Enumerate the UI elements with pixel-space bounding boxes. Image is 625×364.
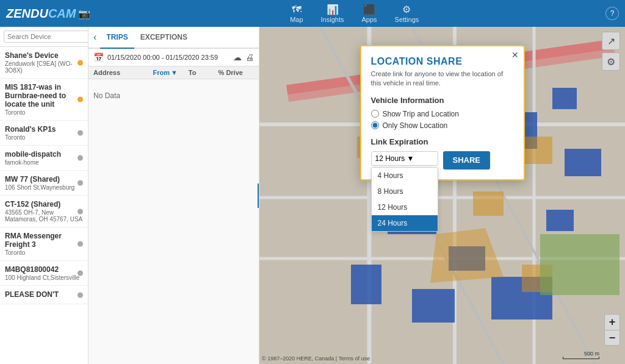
device-item-d1[interactable]: Shane's Device Zenduwork [C9EA] (WO-3O8X… bbox=[0, 47, 88, 79]
device-item-d6[interactable]: CT-152 (Shared) 43565 OH-7, New Matamora… bbox=[0, 196, 88, 227]
help-button[interactable]: ? bbox=[605, 7, 619, 20]
hours-dropdown-wrapper: 12 Hours ▼ 4 Hours 8 Hours 12 Hours 24 H… bbox=[371, 151, 438, 166]
col-address: Address bbox=[93, 69, 153, 76]
device-status-dot bbox=[78, 97, 83, 102]
calendar-icon: 📅 bbox=[93, 52, 104, 62]
vehicle-info-title: Vehicle Information bbox=[371, 96, 514, 105]
search-bar: F ▾ bbox=[0, 27, 88, 47]
nav-settings[interactable]: ⚙ Settings bbox=[388, 1, 427, 26]
device-sub: famok-home bbox=[5, 159, 83, 166]
table-header: Address From ▼ To % Drive bbox=[89, 66, 259, 79]
device-sub: 100 Highland Ct,Sistersville bbox=[5, 274, 83, 281]
date-bar-icons: ☁ 🖨 bbox=[233, 52, 254, 62]
modal-title: LOCATION SHARE bbox=[371, 56, 514, 67]
device-status-dot bbox=[78, 209, 83, 214]
nav-map-label: Map bbox=[290, 16, 303, 23]
settings-icon: ⚙ bbox=[402, 4, 411, 15]
device-status-dot bbox=[78, 155, 83, 161]
modal-subtitle: Create link for anyone to view the locat… bbox=[371, 70, 514, 88]
back-button[interactable]: ‹ bbox=[93, 27, 96, 48]
option-24h[interactable]: 24 Hours bbox=[372, 215, 438, 231]
print-icon[interactable]: 🖨 bbox=[245, 52, 254, 62]
radio-only-location: Only Show Location bbox=[371, 121, 514, 130]
option-8h[interactable]: 8 Hours bbox=[372, 184, 438, 199]
apps-icon: ⬛ bbox=[363, 4, 375, 15]
device-item-d7[interactable]: RMA Messenger Freight 3 Toronto bbox=[0, 227, 88, 261]
nav-insights-label: Insights bbox=[321, 16, 344, 23]
device-sub: Zenduwork [C9EA] (WO-3O8X) bbox=[5, 60, 83, 74]
device-item-d5[interactable]: MW 77 (Shared) 106 Short St,Waynesburg bbox=[0, 171, 88, 196]
device-name: Ronald's KP1s bbox=[5, 125, 83, 134]
device-sub: Toronto bbox=[5, 134, 83, 141]
device-status-dot bbox=[78, 292, 83, 298]
device-status-dot bbox=[78, 180, 83, 186]
tab-bar: ‹ TRIPS EXCEPTIONS bbox=[89, 27, 259, 49]
header: ZENDUCAM 📷 🗺 Map 📊 Insights ⬛ Apps ⚙ Set… bbox=[0, 0, 625, 27]
logo: ZENDUCAM 📷 bbox=[6, 7, 91, 21]
sort-icon: ▼ bbox=[171, 69, 178, 76]
main: F ▾ Shane's Device Zenduwork [C9EA] (WO-… bbox=[0, 27, 625, 364]
device-name: RMA Messenger Freight 3 bbox=[5, 232, 83, 249]
device-status-dot bbox=[78, 130, 83, 136]
logo-camera-icon: 📷 bbox=[78, 8, 91, 20]
device-name: M4BQ81800042 bbox=[5, 265, 83, 274]
col-drive: % Drive bbox=[219, 69, 254, 76]
device-name: MW 77 (Shared) bbox=[5, 175, 83, 184]
location-share-modal: ✕ LOCATION SHARE Create link for anyone … bbox=[360, 45, 525, 180]
device-status-dot bbox=[78, 60, 83, 65]
device-item-d8[interactable]: M4BQ81800042 100 Highland Ct,Sistersvill… bbox=[0, 261, 88, 286]
share-button[interactable]: SHARE bbox=[443, 151, 491, 170]
nav-apps-label: Apps bbox=[361, 16, 377, 23]
device-list: Shane's Device Zenduwork [C9EA] (WO-3O8X… bbox=[0, 47, 88, 364]
nav-map[interactable]: 🗺 Map bbox=[283, 2, 310, 26]
modal-close-button[interactable]: ✕ bbox=[511, 50, 519, 60]
device-status-dot bbox=[78, 241, 83, 247]
device-item-d9[interactable]: PLEASE DON'T bbox=[0, 286, 88, 304]
tab-exceptions[interactable]: EXCEPTIONS bbox=[134, 27, 193, 49]
hours-dropdown-list: 4 Hours 8 Hours 12 Hours 24 Hours bbox=[371, 167, 438, 232]
option-4h[interactable]: 4 Hours bbox=[372, 168, 438, 184]
date-range: 01/15/2020 00:00 - 01/15/2020 23:59 bbox=[107, 54, 229, 61]
device-item-d4[interactable]: mobile-dispatch famok-home bbox=[0, 146, 88, 171]
device-name: CT-152 (Shared) bbox=[5, 200, 83, 209]
device-sub: Toronto bbox=[5, 109, 83, 116]
map-icon: 🗺 bbox=[292, 4, 302, 15]
sidebar: F ▾ Shane's Device Zenduwork [C9EA] (WO-… bbox=[0, 27, 89, 364]
col-from[interactable]: From ▼ bbox=[153, 69, 188, 76]
expiry-section: Link Expiration 12 Hours ▼ 4 Hours 8 Hou… bbox=[371, 137, 514, 170]
no-data-message: No Data bbox=[89, 79, 259, 112]
device-sub: 106 Short St,Waynesburg bbox=[5, 184, 83, 191]
content-panel: ‹ TRIPS EXCEPTIONS 📅 01/15/2020 00:00 - … bbox=[89, 27, 259, 364]
device-item-d2[interactable]: MIS 1817-was in Burnbrae-need to locate … bbox=[0, 79, 88, 121]
radio-show-trip-input[interactable] bbox=[371, 110, 379, 118]
map: Shane's Device ↗ ⚙ + − © 1987–2020 HERE,… bbox=[259, 27, 625, 364]
nav-settings-label: Settings bbox=[395, 16, 419, 23]
header-nav: 🗺 Map 📊 Insights ⬛ Apps ⚙ Settings bbox=[103, 1, 605, 26]
nav-apps[interactable]: ⬛ Apps bbox=[354, 1, 384, 26]
expiry-row: 12 Hours ▼ 4 Hours 8 Hours 12 Hours 24 H… bbox=[371, 151, 514, 170]
device-name: mobile-dispatch bbox=[5, 150, 83, 159]
search-input[interactable] bbox=[4, 30, 89, 43]
device-name: PLEASE DON'T bbox=[5, 290, 83, 299]
logo-zendu: ZENDUCAM bbox=[6, 7, 76, 21]
modal-overlay: ✕ LOCATION SHARE Create link for anyone … bbox=[259, 27, 625, 364]
cloud-icon[interactable]: ☁ bbox=[233, 52, 242, 62]
radio-show-trip: Show Trip and Location bbox=[371, 110, 514, 118]
device-sub: 43565 OH-7, New Matamoras, OH 45767, USA bbox=[5, 209, 83, 223]
device-item-d3[interactable]: Ronald's KP1s Toronto bbox=[0, 121, 88, 146]
expiry-title: Link Expiration bbox=[371, 137, 514, 146]
radio-only-location-input[interactable] bbox=[371, 121, 379, 129]
device-status-dot bbox=[78, 271, 83, 276]
option-12h[interactable]: 12 Hours bbox=[372, 199, 438, 215]
device-name: MIS 1817-was in Burnbrae-need to locate … bbox=[5, 83, 83, 109]
device-sub: Toronto bbox=[5, 249, 83, 256]
insights-icon: 📊 bbox=[327, 4, 339, 15]
radio-only-location-label: Only Show Location bbox=[383, 121, 448, 130]
nav-insights[interactable]: 📊 Insights bbox=[314, 1, 352, 26]
tab-trips[interactable]: TRIPS bbox=[100, 27, 134, 49]
col-to: To bbox=[189, 69, 219, 76]
device-name: Shane's Device bbox=[5, 51, 83, 60]
header-right: ? bbox=[605, 7, 619, 20]
radio-show-trip-label: Show Trip and Location bbox=[383, 110, 459, 118]
hours-dropdown[interactable]: 12 Hours ▼ bbox=[371, 151, 438, 166]
